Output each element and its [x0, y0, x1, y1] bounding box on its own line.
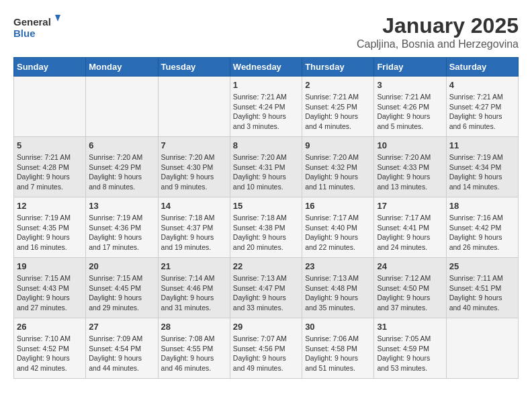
daylight-text: Daylight: 9 hours and 19 minutes.: [161, 233, 214, 251]
day-info: Sunrise: 7:07 AM Sunset: 4:56 PM Dayligh…: [233, 334, 299, 373]
day-number: 18: [449, 201, 515, 211]
calendar-cell: 7 Sunrise: 7:20 AM Sunset: 4:30 PM Dayli…: [158, 137, 230, 197]
day-number: 27: [89, 322, 154, 332]
weekday-header-thursday: Thursday: [302, 58, 374, 77]
sunrise-text: Sunrise: 7:21 AM: [305, 93, 359, 101]
daylight-text: Daylight: 9 hours and 7 minutes.: [17, 173, 70, 191]
day-info: Sunrise: 7:19 AM Sunset: 4:35 PM Dayligh…: [17, 213, 83, 253]
sunset-text: Sunset: 4:54 PM: [89, 345, 141, 353]
sunrise-text: Sunrise: 7:15 AM: [89, 274, 142, 282]
calendar-week-row: 26 Sunrise: 7:10 AM Sunset: 4:52 PM Dayl…: [14, 318, 519, 379]
day-info: Sunrise: 7:19 AM Sunset: 4:34 PM Dayligh…: [449, 152, 515, 192]
weekday-header-row: SundayMondayTuesdayWednesdayThursdayFrid…: [14, 58, 519, 77]
calendar-cell: [14, 77, 86, 137]
day-number: 3: [377, 80, 443, 90]
daylight-text: Daylight: 9 hours and 40 minutes.: [449, 293, 502, 312]
daylight-text: Daylight: 9 hours and 42 minutes.: [17, 354, 70, 372]
sunrise-text: Sunrise: 7:14 AM: [161, 274, 215, 282]
sunrise-text: Sunrise: 7:20 AM: [377, 153, 431, 161]
page-header: General Blue January 2025 Capljina, Bosn…: [13, 13, 519, 50]
day-number: 12: [17, 201, 83, 211]
daylight-text: Daylight: 9 hours and 14 minutes.: [449, 173, 502, 191]
daylight-text: Daylight: 9 hours and 26 minutes.: [449, 233, 502, 251]
day-info: Sunrise: 7:20 AM Sunset: 4:33 PM Dayligh…: [377, 152, 443, 192]
sunset-text: Sunset: 4:42 PM: [449, 224, 502, 232]
daylight-text: Daylight: 9 hours and 16 minutes.: [17, 233, 70, 251]
calendar-week-row: 19 Sunrise: 7:15 AM Sunset: 4:43 PM Dayl…: [14, 258, 519, 318]
day-number: 1: [233, 80, 299, 90]
daylight-text: Daylight: 9 hours and 17 minutes.: [89, 233, 142, 251]
calendar-cell: 31 Sunrise: 7:05 AM Sunset: 4:59 PM Dayl…: [374, 318, 446, 379]
day-info: Sunrise: 7:18 AM Sunset: 4:38 PM Dayligh…: [233, 213, 299, 253]
sunset-text: Sunset: 4:28 PM: [17, 163, 69, 171]
day-number: 4: [449, 80, 515, 90]
day-number: 26: [17, 322, 83, 332]
sunset-text: Sunset: 4:26 PM: [377, 103, 429, 111]
day-number: 31: [377, 322, 443, 332]
day-info: Sunrise: 7:21 AM Sunset: 4:28 PM Dayligh…: [17, 152, 83, 192]
daylight-text: Daylight: 9 hours and 24 minutes.: [377, 233, 430, 251]
day-info: Sunrise: 7:10 AM Sunset: 4:52 PM Dayligh…: [17, 334, 83, 373]
daylight-text: Daylight: 9 hours and 22 minutes.: [305, 233, 358, 251]
day-number: 28: [161, 322, 227, 332]
weekday-header-sunday: Sunday: [14, 58, 86, 77]
calendar-cell: 8 Sunrise: 7:20 AM Sunset: 4:31 PM Dayli…: [230, 137, 302, 197]
sunset-text: Sunset: 4:33 PM: [377, 163, 429, 171]
day-info: Sunrise: 7:17 AM Sunset: 4:41 PM Dayligh…: [377, 213, 443, 253]
logo: General Blue: [13, 13, 60, 43]
day-info: Sunrise: 7:20 AM Sunset: 4:32 PM Dayligh…: [305, 152, 371, 192]
daylight-text: Daylight: 9 hours and 44 minutes.: [89, 354, 142, 372]
sunrise-text: Sunrise: 7:15 AM: [17, 274, 71, 282]
day-number: 16: [305, 201, 371, 211]
sunrise-text: Sunrise: 7:12 AM: [377, 274, 431, 282]
daylight-text: Daylight: 9 hours and 8 minutes.: [89, 173, 142, 191]
sunset-text: Sunset: 4:51 PM: [449, 284, 502, 292]
sunrise-text: Sunrise: 7:20 AM: [233, 153, 287, 161]
sunset-text: Sunset: 4:47 PM: [233, 284, 285, 292]
calendar-week-row: 12 Sunrise: 7:19 AM Sunset: 4:35 PM Dayl…: [14, 197, 519, 258]
day-info: Sunrise: 7:17 AM Sunset: 4:40 PM Dayligh…: [305, 213, 371, 253]
day-number: 9: [305, 140, 371, 150]
day-info: Sunrise: 7:19 AM Sunset: 4:36 PM Dayligh…: [89, 213, 154, 253]
sunrise-text: Sunrise: 7:11 AM: [449, 274, 503, 282]
weekday-header-monday: Monday: [86, 58, 158, 77]
calendar-cell: 23 Sunrise: 7:13 AM Sunset: 4:48 PM Dayl…: [302, 258, 374, 318]
day-number: 8: [233, 140, 299, 150]
calendar-week-row: 1 Sunrise: 7:21 AM Sunset: 4:24 PM Dayli…: [14, 77, 519, 137]
sunset-text: Sunset: 4:36 PM: [89, 224, 141, 232]
calendar-cell: 11 Sunrise: 7:19 AM Sunset: 4:34 PM Dayl…: [446, 137, 518, 197]
day-number: 21: [161, 261, 227, 271]
calendar-cell: 1 Sunrise: 7:21 AM Sunset: 4:24 PM Dayli…: [230, 77, 302, 137]
daylight-text: Daylight: 9 hours and 4 minutes.: [305, 112, 358, 130]
calendar-cell: 29 Sunrise: 7:07 AM Sunset: 4:56 PM Dayl…: [230, 318, 302, 379]
day-info: Sunrise: 7:11 AM Sunset: 4:51 PM Dayligh…: [449, 273, 515, 313]
sunrise-text: Sunrise: 7:18 AM: [233, 214, 287, 222]
calendar-cell: 12 Sunrise: 7:19 AM Sunset: 4:35 PM Dayl…: [14, 197, 86, 258]
sunset-text: Sunset: 4:43 PM: [17, 284, 69, 292]
daylight-text: Daylight: 9 hours and 49 minutes.: [233, 354, 286, 372]
day-info: Sunrise: 7:15 AM Sunset: 4:43 PM Dayligh…: [17, 273, 83, 313]
calendar-week-row: 5 Sunrise: 7:21 AM Sunset: 4:28 PM Dayli…: [14, 137, 519, 197]
calendar-cell: 18 Sunrise: 7:16 AM Sunset: 4:42 PM Dayl…: [446, 197, 518, 258]
daylight-text: Daylight: 9 hours and 6 minutes.: [449, 112, 502, 130]
day-info: Sunrise: 7:20 AM Sunset: 4:31 PM Dayligh…: [233, 152, 299, 192]
day-number: 22: [233, 261, 299, 271]
sunset-text: Sunset: 4:45 PM: [89, 284, 141, 292]
daylight-text: Daylight: 9 hours and 53 minutes.: [377, 354, 430, 372]
day-info: Sunrise: 7:12 AM Sunset: 4:50 PM Dayligh…: [377, 273, 443, 313]
calendar-table: SundayMondayTuesdayWednesdayThursdayFrid…: [13, 57, 519, 379]
day-info: Sunrise: 7:21 AM Sunset: 4:25 PM Dayligh…: [305, 92, 371, 132]
svg-text:Blue: Blue: [13, 28, 36, 39]
daylight-text: Daylight: 9 hours and 29 minutes.: [89, 293, 142, 312]
daylight-text: Daylight: 9 hours and 13 minutes.: [377, 173, 430, 191]
day-number: 29: [233, 322, 299, 332]
calendar-cell: 21 Sunrise: 7:14 AM Sunset: 4:46 PM Dayl…: [158, 258, 230, 318]
day-number: 2: [305, 80, 371, 90]
sunset-text: Sunset: 4:32 PM: [305, 163, 357, 171]
title-block: January 2025 Capljina, Bosnia and Herzeg…: [357, 13, 519, 50]
calendar-cell: 6 Sunrise: 7:20 AM Sunset: 4:29 PM Dayli…: [86, 137, 158, 197]
daylight-text: Daylight: 9 hours and 31 minutes.: [161, 293, 214, 312]
day-number: 15: [233, 201, 299, 211]
day-info: Sunrise: 7:05 AM Sunset: 4:59 PM Dayligh…: [377, 334, 443, 373]
sunset-text: Sunset: 4:37 PM: [161, 224, 214, 232]
